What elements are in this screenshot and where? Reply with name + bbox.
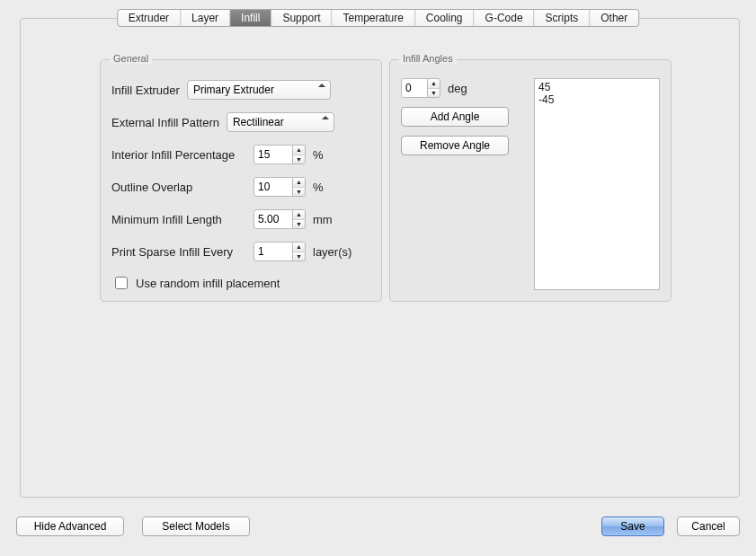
sparse-every-unit: layer(s) [313, 245, 351, 259]
tab-scripts[interactable]: Scripts [535, 10, 591, 26]
angle-unit: deg [448, 82, 467, 95]
hide-advanced-button[interactable]: Hide Advanced [16, 516, 124, 536]
cancel-button[interactable]: Cancel [677, 516, 740, 536]
sparse-every-input[interactable] [253, 242, 293, 261]
settings-panel: General Infill Extruder Primary Extruder… [20, 18, 740, 498]
angles-list[interactable]: 45 -45 [534, 78, 660, 290]
sparse-every-stepper[interactable]: ▲▼ [293, 242, 306, 261]
tab-support[interactable]: Support [271, 10, 332, 26]
sparse-every-label: Print Sparse Infill Every [111, 245, 246, 259]
angle-stepper[interactable]: ▲▼ [428, 78, 440, 98]
random-placement-label: Use random infill placement [136, 277, 280, 290]
group-general-legend: General [110, 53, 152, 64]
external-pattern-label: External Infill Pattern [111, 116, 219, 129]
footer: Hide Advanced Select Models Save Cancel [16, 516, 740, 536]
tab-gcode[interactable]: G-Code [475, 10, 535, 26]
tab-cooling[interactable]: Cooling [415, 10, 475, 26]
outline-overlap-unit: % [313, 181, 324, 194]
tab-layer[interactable]: Layer [181, 10, 230, 26]
min-length-input[interactable] [253, 209, 293, 229]
infill-extruder-label: Infill Extruder [111, 84, 180, 97]
tab-infill[interactable]: Infill [230, 10, 271, 26]
interior-percent-unit: % [313, 148, 324, 162]
interior-percent-label: Interior Infill Percentage [111, 148, 246, 162]
tab-temperature[interactable]: Temperature [332, 10, 414, 26]
select-models-button[interactable]: Select Models [142, 516, 250, 536]
interior-percent-input[interactable] [253, 145, 293, 164]
min-length-stepper[interactable]: ▲▼ [293, 209, 306, 229]
remove-angle-button[interactable]: Remove Angle [401, 136, 509, 155]
list-item[interactable]: 45 [538, 81, 655, 93]
infill-extruder-select[interactable]: Primary Extruder [187, 80, 331, 100]
tabbar: Extruder Layer Infill Support Temperatur… [117, 9, 640, 27]
angle-input[interactable] [401, 78, 428, 98]
group-infill-angles: Infill Angles ▲▼ deg Add Angle Remove An… [389, 59, 672, 302]
save-button[interactable]: Save [601, 516, 664, 536]
random-placement-checkbox[interactable] [115, 277, 128, 289]
tab-extruder[interactable]: Extruder [118, 10, 181, 26]
group-angles-legend: Infill Angles [399, 53, 457, 64]
external-pattern-select[interactable]: Rectilinear [227, 112, 334, 132]
group-general: General Infill Extruder Primary Extruder… [100, 59, 382, 302]
min-length-unit: mm [313, 213, 333, 226]
interior-percent-stepper[interactable]: ▲▼ [293, 145, 306, 164]
min-length-label: Minimum Infill Length [111, 213, 246, 226]
outline-overlap-stepper[interactable]: ▲▼ [293, 177, 306, 197]
list-item[interactable]: -45 [538, 93, 655, 106]
add-angle-button[interactable]: Add Angle [401, 107, 509, 127]
tab-other[interactable]: Other [590, 10, 638, 26]
outline-overlap-input[interactable] [253, 177, 293, 197]
outline-overlap-label: Outline Overlap [111, 181, 246, 194]
